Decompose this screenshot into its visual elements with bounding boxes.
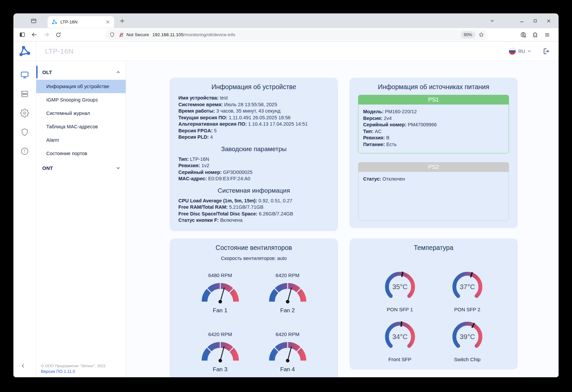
info-row: Тип: AC <box>363 128 504 135</box>
minimize-button[interactable] <box>516 15 527 26</box>
sidebar-group-ont[interactable]: ONT <box>36 160 126 176</box>
info-row: Версия PLD: 4 <box>178 134 329 141</box>
card-title: Информация об источниках питания <box>358 83 509 91</box>
fan-name: Fan 1 <box>191 307 249 314</box>
devices-icon[interactable] <box>20 89 29 99</box>
info-row: Системное время: Июль 28 13:55:58, 2025 <box>178 102 329 108</box>
tab-list-chevron-icon[interactable] <box>487 15 498 26</box>
icon-rail <box>13 61 36 377</box>
info-row: Free RAM/Total RAM: 5.21GB/7.71GB <box>178 204 329 211</box>
device-info-card: Информация об устройстве Имя устройства:… <box>170 78 338 231</box>
fan-rpm-value: 6420 RPM <box>191 331 249 337</box>
firmware-version-link[interactable]: Версия ПО 1.11.0 <box>41 369 126 374</box>
fan-gauge-dial <box>266 279 309 305</box>
info-row: Версия: 2v4 <box>363 115 504 122</box>
fan-gauge-dial <box>266 338 309 364</box>
info-row: Ревизия: 1v2 <box>178 162 329 169</box>
alerts-icon[interactable] <box>20 147 29 156</box>
close-button[interactable] <box>543 15 554 26</box>
fan-rpm-value: 6420 RPM <box>258 331 317 337</box>
sidebar-collapse-icon[interactable] <box>20 363 29 372</box>
sensor-name: Switch Chip <box>438 356 497 362</box>
language-selector[interactable]: RU <box>509 48 531 55</box>
address-bar[interactable]: Not Secure 192.168.11.105/monitoring/olt… <box>105 29 488 40</box>
sidebar-item-alarm[interactable]: Alarm <box>36 133 126 147</box>
ps1-status-header: PS1 <box>358 95 509 105</box>
insecure-lock-icon[interactable] <box>118 32 124 38</box>
maximize-button[interactable] <box>530 15 540 26</box>
url-text[interactable]: 192.168.11.105/monitoring/olt/device-inf… <box>153 32 235 37</box>
ps2-status-header: PS2 <box>358 162 509 172</box>
chevron-up-icon <box>116 70 120 74</box>
fan-name: Fan 4 <box>258 366 317 373</box>
monitoring-icon[interactable] <box>20 70 29 79</box>
reload-button[interactable] <box>53 29 64 40</box>
sidebar-item-igmp-snooping[interactable]: IGMP Snooping Groups <box>36 93 126 107</box>
info-row: Версия FPGA: 5 <box>178 128 329 134</box>
group-label: ONT <box>42 165 53 171</box>
tab-title: LTP-16N <box>60 19 104 24</box>
menu-hamburger-icon[interactable] <box>542 29 553 40</box>
ru-flag-icon <box>509 48 516 55</box>
extensions-puzzle-icon[interactable] <box>530 29 540 40</box>
section-title: Заводские параметры <box>178 145 329 153</box>
new-tab-button[interactable] <box>117 15 127 26</box>
info-row: Статус: Отключен <box>363 176 504 183</box>
sidebar-footer: © ООО Предприятие "Элтекс", 2022 Версия … <box>36 364 126 377</box>
svg-text:35°C: 35°C <box>392 283 407 290</box>
forward-button[interactable] <box>41 29 52 40</box>
ps2-box: PS2 Статус: Отключен <box>358 162 509 221</box>
url-path: /monitoring/olt/device-info <box>183 32 235 37</box>
tab-strip: LTP-16N <box>13 13 559 28</box>
sidebar-item-device-info[interactable]: Информация об устройстве <box>36 80 126 93</box>
temperature-gauge-ring: 37°C <box>450 269 485 305</box>
sensor-name: Front SFP <box>370 356 429 362</box>
fan-name: Fan 3 <box>191 366 249 373</box>
temperature-gauge: 37°C PON SFP 2 <box>438 269 497 312</box>
account-icon[interactable] <box>518 29 528 40</box>
info-row: Free Disc Space/Total Disc Space: 6.26GB… <box>178 211 329 217</box>
browser-window: LTP-16N <box>13 13 559 377</box>
info-row: Тип: LTP-16N <box>178 156 329 163</box>
back-button[interactable] <box>29 29 40 40</box>
firefox-view-icon[interactable] <box>28 15 39 26</box>
sidebar-item-system-log[interactable]: Системный журнал <box>36 107 126 120</box>
chevron-down-icon <box>116 166 120 170</box>
info-row: Серийный номер: PM47009966 <box>363 122 504 128</box>
copyright-text: © ООО Предприятие "Элтекс", 2022 <box>41 364 126 368</box>
page-title: LTP-16N <box>45 47 73 55</box>
info-row: Статус кнопки F: Включена <box>178 217 329 224</box>
fan-speed-mode: Скорость вентиляторов: auto <box>178 256 329 261</box>
eltex-logo <box>13 42 36 61</box>
sidebar-item-mac-table[interactable]: Таблица MAC-адресов <box>36 120 126 133</box>
info-row: Альтернативная версия ПО: 1.10.4.13 17.0… <box>178 121 329 128</box>
temperature-gauge: 35°C PON SFP 1 <box>370 269 429 312</box>
fan-gauge-dial <box>199 279 242 305</box>
fan-name: Fan 2 <box>258 307 317 314</box>
sidebar-item-port-state[interactable]: Состояние портов <box>36 147 126 160</box>
sidebar-toggle-icon[interactable] <box>17 29 27 40</box>
info-row: Серийный номер: GP3D000025 <box>178 169 329 176</box>
temperature-gauge-ring: 39°C <box>450 319 485 354</box>
tab-close-icon[interactable] <box>104 18 111 26</box>
tab-favicon <box>52 19 57 25</box>
security-shield-icon[interactable] <box>20 128 29 137</box>
sidebar-group-olt[interactable]: OLT <box>36 64 126 80</box>
temperature-gauge-ring: 34°C <box>382 319 418 354</box>
fan-gauge: 6480 RPM Fan 1 <box>191 272 249 314</box>
bookmark-star-icon[interactable] <box>478 32 484 38</box>
info-row: Ревизия: B <box>363 135 504 141</box>
sensor-name: PON SFP 1 <box>370 307 429 312</box>
security-label: Not Secure <box>126 32 149 37</box>
browser-tab[interactable]: LTP-16N <box>48 16 114 28</box>
logout-icon[interactable] <box>542 48 550 55</box>
zoom-level-badge[interactable]: 90% <box>461 31 475 39</box>
settings-gear-icon[interactable] <box>20 109 29 118</box>
ps1-box: PS1 Модель: PM160-220/12 Версия: 2v4 Сер… <box>358 95 509 153</box>
fan-gauge: 6420 RPM Fan 3 <box>191 331 249 373</box>
info-row: Время работы: 3 часов, 35 минут, 43 секу… <box>178 108 329 115</box>
card-title: Температура <box>358 244 509 252</box>
info-row: Текущая версия ПО: 1.11.0.491 26.05.2025… <box>178 115 329 121</box>
fan-gauge-dial <box>199 338 242 364</box>
tracking-shield-icon[interactable] <box>109 32 115 38</box>
